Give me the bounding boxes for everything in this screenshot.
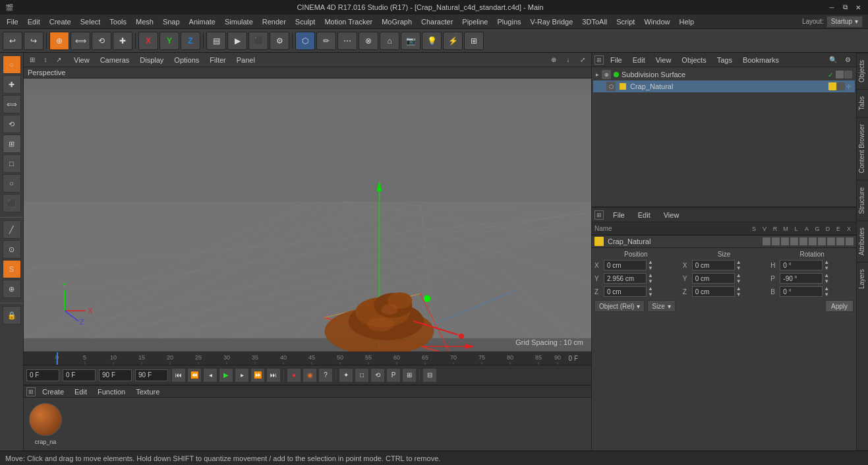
close-button[interactable]: ✕ [854,3,863,12]
menu-3dtoall[interactable]: 3DToAll [578,16,611,27]
vp-grid-btn[interactable]: ⊕ [548,54,560,66]
vp-down-btn[interactable]: ↓ [562,54,574,66]
go-to-end-button[interactable]: ⏭ [266,368,281,383]
tab-attributes[interactable]: Attributes [857,220,868,262]
render-button[interactable]: ⬛ [248,32,268,50]
material-item[interactable]: crap_na [29,403,62,445]
transform-tool-button[interactable]: ✚ [113,32,132,50]
tab-layers[interactable]: Layers [857,262,868,295]
menu-script[interactable]: Script [612,16,639,27]
character-button[interactable]: ⚡ [443,32,463,50]
menu-character[interactable]: Character [417,16,457,27]
menu-tools[interactable]: Tools [105,16,130,27]
obj-tags-btn[interactable]: Tags [713,55,736,65]
obj-file-btn[interactable]: File [606,55,626,65]
rot-b-input[interactable] [780,286,823,297]
mat-edit-btn[interactable]: Edit [71,387,91,396]
maximize-button[interactable]: ⧉ [840,3,850,12]
attr-icon-8[interactable] [827,237,835,245]
render-region-button[interactable]: ▤ [206,32,226,50]
obj-subdivision-surface[interactable]: ▸ ⊕ Subdivision Surface ✓ [593,69,855,80]
obj-edit-btn[interactable]: Edit [629,55,649,65]
size-y-spinner[interactable]: ▲▼ [736,272,741,284]
cameras-menu[interactable]: Cameras [96,55,134,65]
menu-window[interactable]: Window [640,16,674,27]
range-end-input[interactable] [135,369,168,381]
layout-dropdown[interactable]: Startup ▾ [826,16,863,28]
menu-mesh[interactable]: Mesh [132,16,158,27]
obj-crap-natural[interactable]: ⬡ Crap_Natural ⊹ [593,80,855,92]
menu-animate[interactable]: Animate [185,16,219,27]
vp-icon-3[interactable]: ↗ [53,54,65,66]
pos-z-spinner[interactable]: ▲▼ [648,286,653,297]
filter-menu[interactable]: Filter [206,55,229,65]
deformer-button[interactable]: ⊗ [359,32,378,50]
coord-system-dropdown[interactable]: Object (Rel) ▾ [594,300,645,312]
measure-system-dropdown[interactable]: Size ▾ [647,300,675,312]
size-x-input[interactable] [692,260,735,270]
pos-y-input[interactable] [604,273,647,284]
menu-mograph[interactable]: MoGraph [378,16,416,27]
tab-objects[interactable]: Objects [857,53,868,89]
rot-p-input[interactable] [780,273,823,284]
key-path-button[interactable]: P [386,368,401,383]
go-to-next-button[interactable]: ⏩ [250,368,265,383]
menu-select[interactable]: Select [76,16,105,27]
menu-file[interactable]: File [3,16,22,27]
menu-snap[interactable]: Snap [159,16,184,27]
menu-render[interactable]: Render [258,16,290,27]
axis-x-button[interactable]: X [138,32,158,50]
mat-function-btn[interactable]: Function [94,387,129,396]
minimize-button[interactable]: ─ [827,3,836,12]
current-frame-input[interactable] [26,369,59,381]
attr-icon-1[interactable] [763,237,770,245]
size-z-spinner[interactable]: ▲▼ [736,286,741,297]
subdiv-icon-s[interactable] [836,71,844,78]
attr-icon-9[interactable] [836,237,844,245]
play-button[interactable]: ▶ [219,368,233,383]
light-button[interactable]: 💡 [422,32,442,50]
rotate-tool-button[interactable]: ⟲ [92,32,111,50]
panel-menu[interactable]: Panel [233,55,259,65]
nurbs-button[interactable]: ⋯ [337,32,357,50]
size-z-input[interactable] [692,286,735,297]
key-loop-button[interactable]: ⟲ [370,368,385,383]
rotate-tool[interactable]: ⟲ [3,115,21,133]
camera-button[interactable]: 📷 [401,32,420,50]
paint-tool[interactable]: ⊕ [3,280,21,298]
3d-viewport[interactable]: X Y Z Grid Spacing : 10 cm [24,78,591,352]
menu-sculpt[interactable]: Sculpt [291,16,320,27]
axis-z-button[interactable]: Z [181,32,200,50]
vp-icon-2[interactable]: ↕ [40,54,51,66]
mat-create-btn[interactable]: Create [38,387,68,396]
tab-structure[interactable]: Structure [857,180,868,221]
box-select-tool[interactable]: □ [3,154,21,173]
attr-icon-5[interactable] [799,237,807,245]
obj-settings-icon[interactable]: ⚙ [842,54,854,66]
smooth-tool[interactable]: S [3,260,21,278]
record-button[interactable]: ● [287,368,301,383]
attr-edit-btn[interactable]: Edit [634,210,654,220]
material-thumbnail[interactable] [29,403,62,436]
attr-icon-6[interactable] [809,237,817,245]
attr-crap-row[interactable]: Crap_Natural [592,235,856,247]
attr-icon-7[interactable] [818,237,826,245]
go-to-prev-button[interactable]: ⏪ [187,368,202,383]
key-grid-button[interactable]: ⊞ [402,368,417,383]
crap-icon-color[interactable] [828,82,836,90]
menu-plugins[interactable]: Plugins [493,16,525,27]
menu-simulate[interactable]: Simulate [221,16,257,27]
menu-create[interactable]: Create [45,16,75,27]
menu-vray[interactable]: V-Ray Bridge [527,16,577,27]
line-tool[interactable]: ╱ [3,220,21,239]
obj-search-icon[interactable]: 🔍 [827,54,839,66]
attr-icon-10[interactable] [846,237,854,245]
options-menu[interactable]: Options [170,55,203,65]
pos-x-spinner[interactable]: ▲▼ [648,259,653,271]
attr-view-btn[interactable]: View [660,210,683,220]
lasso-tool[interactable]: ○ [3,174,21,193]
display-menu[interactable]: Display [136,55,167,65]
scene-button[interactable]: ⌂ [380,32,399,50]
key-select-button[interactable]: ✦ [339,368,353,383]
move-tool-button[interactable]: ⊕ [49,32,69,50]
